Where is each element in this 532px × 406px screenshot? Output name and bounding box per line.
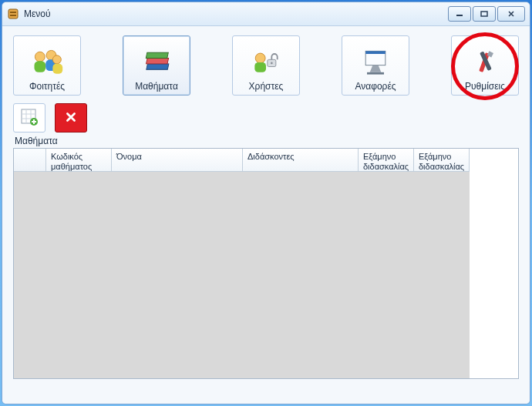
svg-point-17 (271, 62, 273, 65)
courses-label: Μαθήματα (135, 81, 178, 92)
delete-button[interactable] (55, 103, 87, 133)
col-name[interactable]: Όνομα (112, 149, 243, 172)
svg-rect-1 (10, 12, 16, 13)
data-grid[interactable]: Κωδικός μαθήματος Όνομα Διδάσκοντες Εξάμ… (13, 148, 519, 379)
users-icon (249, 47, 283, 78)
app-icon (7, 8, 19, 20)
settings-label: Ρυθμίσεις (465, 81, 505, 92)
svg-rect-19 (365, 51, 386, 54)
svg-rect-10 (52, 64, 62, 74)
svg-rect-12 (146, 59, 169, 64)
reports-icon (359, 47, 392, 78)
add-icon (20, 108, 39, 129)
window-controls (448, 6, 525, 22)
svg-rect-20 (367, 72, 384, 75)
settings-icon (468, 47, 502, 78)
col-teachers[interactable]: Διδάσκοντες (243, 149, 359, 172)
svg-rect-11 (146, 64, 169, 69)
courses-button[interactable]: Μαθήματα (123, 35, 190, 96)
svg-point-9 (52, 55, 61, 64)
maximize-button[interactable] (473, 6, 496, 22)
reports-label: Αναφορές (355, 81, 396, 92)
svg-rect-13 (146, 52, 168, 58)
col-semester1[interactable]: Εξάμηνο διδασκαλίας (359, 149, 414, 172)
window-title: Μενού (24, 8, 448, 19)
students-button[interactable]: Φοιτητές (13, 35, 81, 96)
main-toolbar: Φοιτητές Μαθήματα (13, 35, 519, 96)
close-button[interactable] (497, 6, 525, 22)
settings-button[interactable]: Ρυθμίσεις (451, 35, 519, 96)
users-label: Χρήστες (249, 81, 284, 92)
svg-point-14 (255, 53, 265, 63)
students-label: Φοιτητές (29, 81, 65, 92)
users-button[interactable]: Χρήστες (232, 35, 300, 96)
courses-icon (140, 47, 173, 78)
svg-rect-2 (10, 15, 16, 16)
app-window: Μενού (2, 2, 530, 404)
reports-button[interactable]: Αναφορές (342, 35, 409, 96)
col-semester2[interactable]: Εξάμηνο διδασκαλίας (414, 149, 470, 172)
svg-rect-6 (35, 61, 46, 72)
action-bar (13, 103, 519, 133)
grid-body-empty (14, 172, 470, 379)
add-button[interactable] (13, 103, 45, 133)
grid-header-row: Κωδικός μαθήματος Όνομα Διδάσκοντες Εξάμ… (14, 149, 518, 379)
col-code[interactable]: Κωδικός μαθήματος (46, 149, 112, 172)
section-label: Μαθήματα (15, 136, 519, 146)
delete-icon (62, 109, 79, 128)
minimize-button[interactable] (448, 6, 471, 22)
client-area: Φοιτητές Μαθήματα (2, 26, 530, 404)
titlebar: Μενού (2, 2, 530, 26)
svg-rect-0 (8, 9, 18, 18)
svg-rect-3 (456, 15, 463, 16)
svg-rect-15 (254, 62, 266, 72)
svg-point-5 (35, 52, 45, 62)
students-icon (30, 47, 64, 78)
svg-rect-4 (481, 12, 487, 16)
grid-row-selector-header[interactable] (14, 149, 46, 172)
